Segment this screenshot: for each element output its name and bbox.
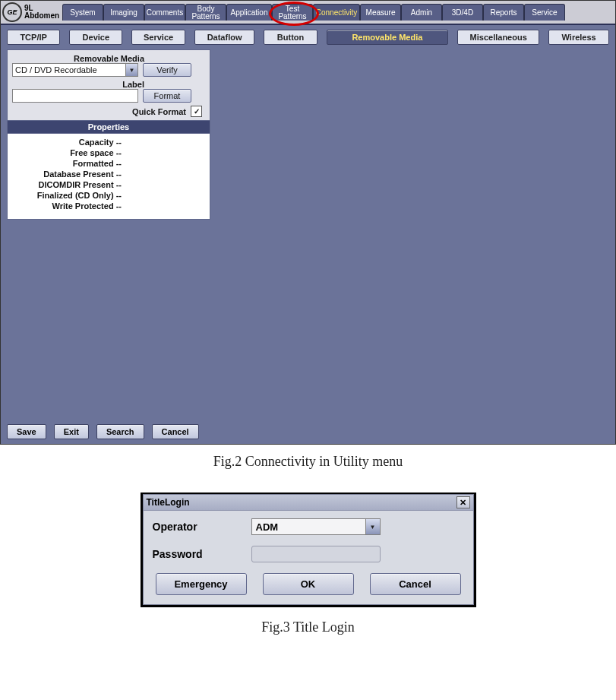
verify-button[interactable]: Verify (143, 63, 191, 77)
prop-finalized: Finalized (CD Only) -- (12, 190, 205, 201)
prop-free-space: Free space -- (12, 147, 205, 158)
subtab-dataflow[interactable]: Dataflow (194, 30, 255, 45)
operator-value: ADM (252, 521, 365, 533)
prop-write-protected: Write Protected -- (12, 201, 205, 211)
chevron-down-icon: ▼ (365, 519, 380, 534)
tab-body-patterns[interactable]: Body Patterns (185, 4, 226, 21)
sub-area: TCP/IP Device Service Dataflow Button Re… (1, 25, 615, 224)
tab-3d4d[interactable]: 3D/4D (442, 4, 483, 21)
subtab-service[interactable]: Service (131, 30, 185, 45)
tab-service[interactable]: Service (524, 4, 565, 21)
top-menu: GE 9L Abdomen System Imaging Comments Bo… (1, 1, 615, 25)
properties-body: Capacity -- Free space -- Formatted -- D… (8, 134, 210, 219)
save-button[interactable]: Save (7, 424, 46, 439)
prop-capacity: Capacity -- (12, 137, 205, 147)
subtab-miscellaneous[interactable]: Miscellaneous (457, 30, 539, 45)
ok-button[interactable]: OK (263, 573, 354, 595)
tab-test-patterns[interactable]: Test Patterns (272, 4, 313, 21)
operator-dropdown[interactable]: ADM ▼ (251, 518, 381, 535)
password-input[interactable] (251, 546, 381, 562)
tab-imaging[interactable]: Imaging (103, 4, 144, 21)
quick-format-checkbox[interactable]: ✓ (191, 106, 202, 117)
ge-logo: GE (2, 2, 22, 22)
probe-info: 9L Abdomen (24, 5, 62, 20)
tab-system[interactable]: System (62, 4, 103, 21)
login-dialog: TitleLogin ✕ Operator ADM ▼ Password (143, 494, 474, 605)
subtab-wireless[interactable]: Wireless (548, 30, 609, 45)
subtab-removable-media[interactable]: Removable Media (327, 30, 448, 45)
label-removable-media: Removable Media (12, 54, 205, 63)
media-dropdown[interactable]: CD / DVD Recordable ▼ (12, 63, 138, 77)
quick-format-label: Quick Format (132, 107, 186, 116)
close-button[interactable]: ✕ (456, 496, 470, 508)
login-cancel-button[interactable]: Cancel (370, 573, 461, 595)
tab-reports[interactable]: Reports (483, 4, 524, 21)
sub-tabs: TCP/IP Device Service Dataflow Button Re… (7, 30, 609, 45)
login-figure: TitleLogin ✕ Operator ADM ▼ Password (0, 493, 616, 607)
utility-window: GE 9L Abdomen System Imaging Comments Bo… (0, 0, 616, 445)
login-titlebar: TitleLogin ✕ (144, 495, 473, 511)
figure2-caption: Fig.2 Connectivity in Utility menu (0, 454, 616, 470)
operator-label: Operator (153, 521, 251, 533)
prop-formatted: Formatted -- (12, 158, 205, 169)
prop-dicomdir: DICOMDIR Present -- (12, 179, 205, 190)
subtab-button[interactable]: Button (264, 30, 317, 45)
subtab-tcpip[interactable]: TCP/IP (7, 30, 60, 45)
cancel-button[interactable]: Cancel (152, 424, 199, 439)
password-label: Password (153, 548, 251, 560)
close-icon: ✕ (460, 498, 466, 508)
bottom-buttons: Save Exit Search Cancel (7, 424, 199, 439)
probe-line2: Abdomen (24, 12, 62, 20)
tab-application[interactable]: Application (226, 4, 272, 21)
search-button[interactable]: Search (96, 424, 144, 439)
chevron-down-icon: ▼ (125, 64, 137, 76)
tab-admin[interactable]: Admin (401, 4, 442, 21)
figure3-caption: Fig.3 Title Login (0, 619, 616, 635)
format-button[interactable]: Format (143, 89, 191, 103)
label-label: Label (12, 80, 205, 89)
tab-measure[interactable]: Measure (360, 4, 401, 21)
properties-header: Properties (8, 120, 210, 134)
emergency-button[interactable]: Emergency (156, 573, 247, 595)
label-input[interactable] (12, 89, 138, 103)
removable-media-panel: Removable Media CD / DVD Recordable ▼ Ve… (7, 49, 210, 220)
login-title-text: TitleLogin (147, 497, 190, 508)
exit-button[interactable]: Exit (54, 424, 89, 439)
subtab-device[interactable]: Device (69, 30, 122, 45)
tab-comments[interactable]: Comments (144, 4, 185, 21)
tab-connectivity[interactable]: Connectivity (313, 4, 360, 21)
prop-database: Database Present -- (12, 169, 205, 179)
media-dropdown-value: CD / DVD Recordable (13, 65, 125, 74)
